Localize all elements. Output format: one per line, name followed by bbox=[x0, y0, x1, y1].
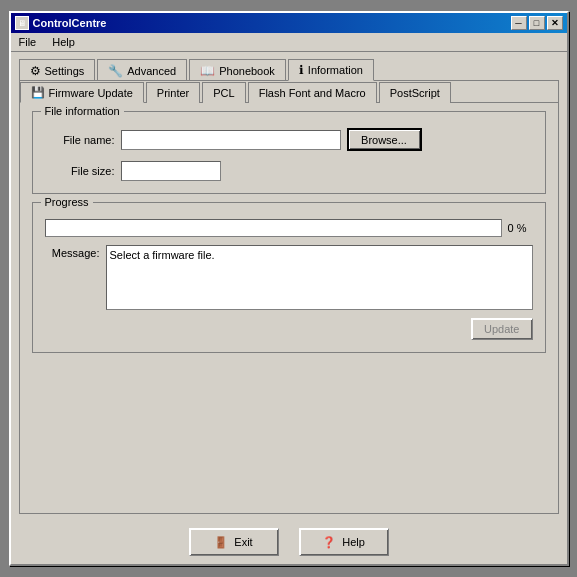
filesize-label: File size: bbox=[45, 165, 115, 177]
exit-label: Exit bbox=[234, 536, 252, 548]
panel-content: File information File name: Browse... Fi… bbox=[20, 103, 558, 513]
close-button[interactable]: ✕ bbox=[547, 16, 563, 30]
subtab-postscript-label: PostScript bbox=[390, 87, 440, 99]
filename-input[interactable] bbox=[121, 130, 341, 150]
message-box: Select a firmware file. bbox=[106, 245, 533, 310]
subtab-flash[interactable]: Flash Font and Macro bbox=[248, 82, 377, 103]
content-area: ⚙ Settings 🔧 Advanced 📖 Phonebook ℹ Info… bbox=[11, 52, 567, 520]
sub-tabs: 💾 Firmware Update Printer PCL Flash Font… bbox=[20, 81, 558, 103]
subtab-printer[interactable]: Printer bbox=[146, 82, 200, 103]
subtab-pcl[interactable]: PCL bbox=[202, 82, 245, 103]
settings-icon: ⚙ bbox=[30, 64, 41, 78]
tab-settings[interactable]: ⚙ Settings bbox=[19, 59, 96, 81]
title-bar: 🖥 ControlCentre ─ □ ✕ bbox=[11, 13, 567, 33]
filesize-input[interactable] bbox=[121, 161, 221, 181]
subtab-firmware[interactable]: 💾 Firmware Update bbox=[20, 82, 144, 103]
tab-settings-label: Settings bbox=[45, 65, 85, 77]
filesize-row: File size: bbox=[45, 161, 533, 181]
title-bar-left: 🖥 ControlCentre bbox=[15, 16, 107, 30]
top-tabs: ⚙ Settings 🔧 Advanced 📖 Phonebook ℹ Info… bbox=[19, 58, 559, 80]
window-title: ControlCentre bbox=[33, 17, 107, 29]
progress-bar-container: 0 % bbox=[45, 219, 533, 237]
help-label: Help bbox=[342, 536, 365, 548]
menu-bar: File Help bbox=[11, 33, 567, 52]
main-panel: 💾 Firmware Update Printer PCL Flash Font… bbox=[19, 80, 559, 514]
window-controls: ─ □ ✕ bbox=[511, 16, 563, 30]
message-row: Message: Select a firmware file. bbox=[45, 245, 533, 310]
exit-icon: 🚪 bbox=[214, 536, 228, 549]
tab-phonebook-label: Phonebook bbox=[219, 65, 275, 77]
progress-bar-outer bbox=[45, 219, 502, 237]
phonebook-icon: 📖 bbox=[200, 64, 215, 78]
subtab-printer-label: Printer bbox=[157, 87, 189, 99]
help-button[interactable]: ❓ Help bbox=[299, 528, 389, 556]
tab-information-label: Information bbox=[308, 64, 363, 76]
minimize-button[interactable]: ─ bbox=[511, 16, 527, 30]
app-icon: 🖥 bbox=[15, 16, 29, 30]
firmware-icon: 💾 bbox=[31, 86, 45, 99]
menu-help[interactable]: Help bbox=[48, 35, 79, 49]
browse-button[interactable]: Browse... bbox=[347, 128, 422, 151]
subtab-firmware-label: Firmware Update bbox=[49, 87, 133, 99]
exit-button[interactable]: 🚪 Exit bbox=[189, 528, 279, 556]
filename-row: File name: Browse... bbox=[45, 128, 533, 151]
subtab-postscript[interactable]: PostScript bbox=[379, 82, 451, 103]
information-icon: ℹ bbox=[299, 63, 304, 77]
bottom-bar: 🚪 Exit ❓ Help bbox=[11, 520, 567, 564]
advanced-icon: 🔧 bbox=[108, 64, 123, 78]
update-row: Update bbox=[45, 318, 533, 340]
file-info-fieldset: File information File name: Browse... Fi… bbox=[32, 111, 546, 194]
progress-fieldset: Progress 0 % Message: Select a firmware … bbox=[32, 202, 546, 353]
tab-information[interactable]: ℹ Information bbox=[288, 59, 374, 81]
main-window: 🖥 ControlCentre ─ □ ✕ File Help ⚙ Settin… bbox=[9, 11, 569, 566]
tab-advanced-label: Advanced bbox=[127, 65, 176, 77]
subtab-flash-label: Flash Font and Macro bbox=[259, 87, 366, 99]
progress-legend: Progress bbox=[41, 196, 93, 208]
menu-file[interactable]: File bbox=[15, 35, 41, 49]
tab-phonebook[interactable]: 📖 Phonebook bbox=[189, 59, 286, 81]
file-info-legend: File information bbox=[41, 105, 124, 117]
message-label: Message: bbox=[45, 245, 100, 259]
update-button[interactable]: Update bbox=[471, 318, 532, 340]
message-text: Select a firmware file. bbox=[110, 249, 215, 261]
maximize-button[interactable]: □ bbox=[529, 16, 545, 30]
subtab-pcl-label: PCL bbox=[213, 87, 234, 99]
help-icon: ❓ bbox=[322, 536, 336, 549]
filename-label: File name: bbox=[45, 134, 115, 146]
progress-pct: 0 % bbox=[508, 222, 533, 234]
tab-advanced[interactable]: 🔧 Advanced bbox=[97, 59, 187, 81]
